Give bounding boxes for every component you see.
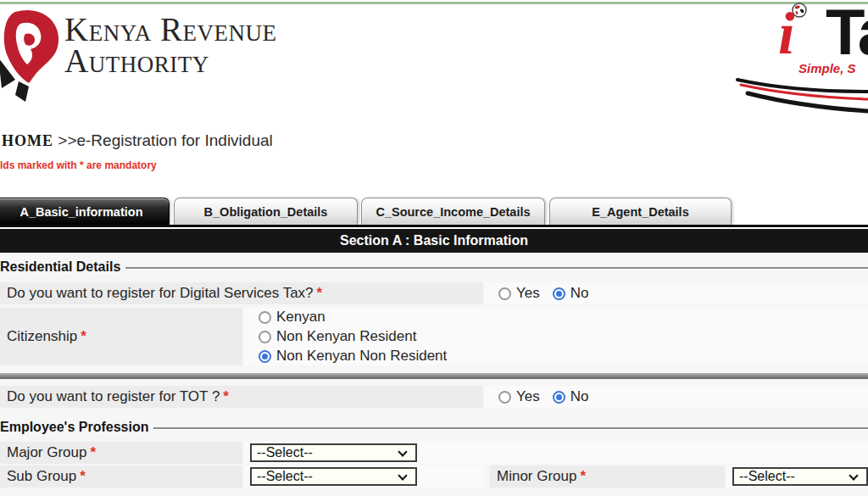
minor-group-required-asterisk: * (580, 468, 586, 485)
itax-logo: i Ta Simple, S (739, 0, 868, 119)
itax-swoosh-icon (736, 73, 868, 117)
dst-radio-no-label: No (570, 285, 589, 302)
tab-basic-information[interactable]: A_Basic_information (0, 198, 170, 225)
heading-rule (153, 427, 868, 430)
chevron-down-icon (398, 447, 407, 456)
employees-profession-heading: Employee's Profession (0, 419, 868, 436)
top-accent-line (0, 2, 868, 4)
dst-radio-no[interactable]: No (553, 285, 589, 302)
sub-group-field-cell: --Select-- (244, 465, 483, 488)
minor-group-select[interactable]: --Select-- (732, 467, 868, 486)
section-divider (0, 373, 868, 379)
citizenship-label-cell: Citizenship * (0, 308, 242, 365)
sub-group-required-asterisk: * (80, 468, 86, 485)
tot-radio-yes[interactable]: Yes (498, 388, 540, 405)
employees-profession-heading-label: Employee's Profession (0, 420, 148, 435)
dst-radio-yes-label: Yes (516, 285, 540, 302)
minor-group-label: Minor Group (497, 468, 576, 485)
breadcrumb: HOME >>e-Registration for Individual (2, 131, 273, 150)
citizenship-radio-non-kenyan-non-resident[interactable]: Non Kenyan Non Resident (259, 348, 447, 365)
tab-obligation-details[interactable]: B_Obligation_Details (174, 198, 358, 225)
citizenship-kenyan-label: Kenyan (276, 309, 326, 326)
citizenship-options-cell: Kenyan Non Kenyan Resident Non Kenyan No… (244, 308, 868, 365)
dst-required-asterisk: * (317, 285, 323, 302)
citizenship-non-kenyan-non-resident-label: Non Kenyan Non Resident (276, 348, 447, 365)
chevron-down-icon (849, 471, 858, 480)
org-name: Kenya Revenue Authority (64, 14, 276, 76)
kra-lion-logo-icon (0, 5, 75, 107)
tot-question-label: Do you want to register for TOT ? (7, 388, 220, 405)
citizenship-non-kenyan-resident-label: Non Kenyan Resident (276, 328, 416, 345)
tot-question-label-cell: Do you want to register for TOT ? * (0, 386, 483, 408)
citizenship-radio-non-kenyan-resident[interactable]: Non Kenyan Resident (259, 328, 416, 345)
major-group-label-cell: Major Group * (0, 442, 242, 464)
dst-radio-yes[interactable]: Yes (498, 285, 540, 302)
breadcrumb-home-link[interactable]: HOME (2, 132, 53, 149)
sub-group-select[interactable]: --Select-- (250, 467, 417, 486)
radio-checked-icon[interactable] (259, 350, 271, 363)
itax-i-letter: i (778, 0, 794, 68)
mandatory-fields-note: lds marked with * are mandatory (0, 159, 157, 171)
major-group-select-value: --Select-- (257, 445, 313, 460)
tot-answer-cell: Yes No (485, 386, 868, 408)
dst-question-label-cell: Do you want to register for Digital Serv… (0, 282, 483, 304)
radio-unchecked-icon[interactable] (259, 311, 271, 324)
kra-itax-registration-page: Kenya Revenue Authority i Ta Simple, S H… (0, 0, 868, 496)
tot-radio-no[interactable]: No (553, 388, 589, 405)
tot-required-asterisk: * (223, 388, 229, 405)
radio-unchecked-icon[interactable] (498, 391, 511, 404)
tot-radio-no-label: No (570, 388, 589, 405)
chevron-down-icon (398, 471, 407, 480)
minor-group-select-value: --Select-- (739, 469, 795, 484)
sub-group-select-value: --Select-- (257, 469, 313, 484)
tab-source-income-details[interactable]: C_Source_Income_Details (361, 198, 545, 225)
major-group-field-cell: --Select-- (244, 442, 868, 464)
radio-checked-icon[interactable] (553, 287, 565, 300)
citizenship-radio-kenyan[interactable]: Kenyan (259, 309, 326, 326)
minor-group-label-cell: Minor Group * (490, 465, 725, 488)
tab-agent-details[interactable]: E_Agent_Details (549, 198, 732, 225)
major-group-select[interactable]: --Select-- (250, 443, 417, 462)
residential-details-heading: Residential Details (0, 259, 868, 276)
breadcrumb-trail: >>e-Registration for Individual (58, 131, 272, 149)
citizenship-required-asterisk: * (81, 328, 86, 345)
sub-group-label-cell: Sub Group * (0, 465, 242, 488)
citizenship-label: Citizenship (7, 328, 77, 345)
radio-checked-icon[interactable] (553, 391, 565, 404)
major-group-label: Major Group (7, 444, 86, 461)
major-group-required-asterisk: * (90, 444, 96, 461)
radio-unchecked-icon[interactable] (498, 287, 511, 300)
section-a-header: Section A : Basic Information (0, 229, 868, 253)
minor-group-field-cell: --Select-- (726, 465, 868, 488)
org-name-line1: Kenya Revenue (64, 14, 276, 45)
dst-answer-cell: Yes No (485, 282, 868, 304)
dst-question-label: Do you want to register for Digital Serv… (7, 285, 314, 302)
heading-rule (125, 267, 868, 270)
org-name-line2: Authority (64, 45, 276, 76)
tabstrip-bottom-border (0, 225, 868, 227)
itax-tax-letters: Ta (826, 0, 868, 69)
residential-details-heading-label: Residential Details (0, 259, 120, 275)
radio-unchecked-icon[interactable] (259, 331, 271, 343)
tot-radio-yes-label: Yes (516, 388, 540, 405)
sub-group-label: Sub Group (7, 468, 76, 485)
